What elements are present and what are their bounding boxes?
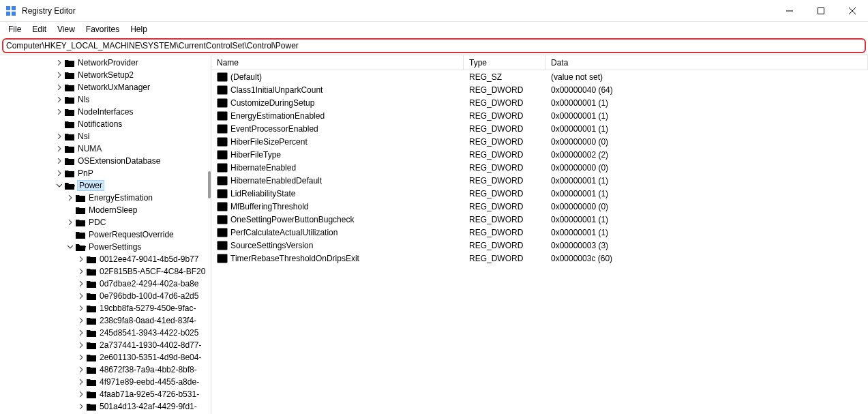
chevron-right-icon[interactable]	[55, 168, 64, 178]
tree-item[interactable]: 245d8541-3943-4422-b025	[0, 327, 211, 339]
tree-item[interactable]: Notifications	[0, 118, 211, 130]
tree-item[interactable]: 2a737441-1930-4402-8d77-	[0, 339, 211, 351]
values-pane[interactable]: Name Type Data (Default)REG_SZ(value not…	[211, 55, 868, 414]
value-row[interactable]: OneSettingPowerButtonBugcheckREG_DWORD0x…	[211, 213, 868, 226]
value-row[interactable]: CustomizeDuringSetupREG_DWORD0x00000001 …	[211, 96, 868, 109]
value-row[interactable]: EnergyEstimationEnabledREG_DWORD0x000000…	[211, 109, 868, 122]
chevron-right-icon[interactable]	[55, 70, 64, 80]
chevron-right-icon[interactable]	[76, 353, 86, 362]
chevron-right-icon[interactable]	[76, 304, 86, 313]
value-row[interactable]: MfBufferingThresholdREG_DWORD0x00000000 …	[211, 200, 868, 213]
tree-item[interactable]: EnergyEstimation	[0, 192, 211, 204]
value-row[interactable]: HibernateEnabledREG_DWORD0x00000000 (0)	[211, 161, 868, 174]
tree-item[interactable]: 4faab71a-92e5-4726-b531-	[0, 388, 211, 400]
col-type-header[interactable]: Type	[464, 55, 545, 70]
value-row[interactable]: SourceSettingsVersionREG_DWORD0x00000003…	[211, 239, 868, 252]
chevron-right-icon[interactable]	[76, 365, 86, 374]
chevron-right-icon[interactable]	[76, 316, 86, 325]
value-row[interactable]: EventProcessorEnabledREG_DWORD0x00000001…	[211, 122, 868, 135]
tree-item[interactable]: 501a4d13-42af-4429-9fd1-	[0, 400, 211, 413]
close-button[interactable]	[837, 0, 868, 22]
dword-value-icon	[217, 162, 228, 173]
splitter-handle[interactable]	[208, 171, 211, 198]
value-row[interactable]: Class1InitialUnparkCountREG_DWORD0x00000…	[211, 83, 868, 96]
tree-item[interactable]: 2e601130-5351-4d9d-8e04-	[0, 351, 211, 364]
tree-pane[interactable]: NetworkProviderNetworkSetup2NetworkUxMan…	[0, 55, 211, 414]
tree-item[interactable]: 238c9fa8-0aad-41ed-83f4-	[0, 314, 211, 327]
chevron-right-icon[interactable]	[76, 389, 86, 399]
chevron-right-icon[interactable]	[55, 144, 64, 153]
tree-item[interactable]: NetworkSetup2	[0, 69, 211, 81]
tree-item[interactable]: 0012ee47-9041-4b5d-9b77	[0, 253, 211, 265]
tree-item[interactable]: NetworkUxManager	[0, 81, 211, 93]
menu-favorites[interactable]: Favorites	[80, 23, 125, 35]
value-row[interactable]: HiberFileTypeREG_DWORD0x00000002 (2)	[211, 148, 868, 161]
chevron-right-icon[interactable]	[55, 132, 64, 141]
dword-value-icon	[217, 123, 228, 134]
value-row[interactable]: TimerRebaseThresholdOnDripsExitREG_DWORD…	[211, 252, 868, 265]
minimize-button[interactable]	[774, 0, 805, 22]
menu-view[interactable]: View	[52, 23, 80, 35]
value-row[interactable]: HibernateEnabledDefaultREG_DWORD0x000000…	[211, 174, 868, 187]
value-row[interactable]: LidReliabilityStateREG_DWORD0x00000001 (…	[211, 187, 868, 200]
value-name: PerfCalculateActualUtilization	[230, 228, 338, 237]
chevron-right-icon[interactable]	[76, 340, 86, 350]
tree-item[interactable]: Power	[0, 179, 211, 192]
tree-item[interactable]: Nls	[0, 93, 211, 106]
value-row[interactable]: HiberFileSizePercentREG_DWORD0x00000000 …	[211, 135, 868, 148]
value-data: 0x0000003c (60)	[545, 254, 868, 263]
tree-item[interactable]: PDC	[0, 216, 211, 228]
folder-icon	[64, 83, 75, 92]
chevron-right-icon[interactable]	[76, 402, 86, 411]
value-row[interactable]: PerfCalculateActualUtilizationREG_DWORD0…	[211, 226, 868, 239]
menu-file[interactable]: File	[3, 23, 27, 35]
tree-item[interactable]: PowerRequestOverride	[0, 228, 211, 241]
tree-item[interactable]: NetworkProvider	[0, 57, 211, 69]
tree-item[interactable]: Nsi	[0, 130, 211, 143]
value-type: REG_DWORD	[464, 176, 545, 186]
chevron-right-icon[interactable]	[55, 95, 64, 104]
chevron-right-icon[interactable]	[76, 377, 86, 387]
tree-item-label: NetworkUxManager	[78, 83, 150, 92]
tree-item-label: 0d7dbae2-4294-402a-ba8e	[100, 279, 198, 289]
tree-item[interactable]: 02F815B5-A5CF-4C84-BF20	[0, 265, 211, 278]
tree-item[interactable]: PnP	[0, 167, 211, 179]
tree-item-label: PDC	[89, 218, 106, 227]
chevron-right-icon[interactable]	[55, 156, 64, 166]
folder-icon	[75, 205, 86, 215]
chevron-right-icon[interactable]	[76, 279, 86, 289]
svg-rect-3	[12, 12, 16, 16]
chevron-right-icon[interactable]	[55, 107, 64, 117]
tree-item[interactable]: NodeInterfaces	[0, 106, 211, 118]
tree-item[interactable]: ModernSleep	[0, 204, 211, 216]
tree-item[interactable]: 0e796bdb-100d-47d6-a2d5	[0, 290, 211, 302]
chevron-right-icon[interactable]	[65, 218, 75, 227]
chevron-down-icon[interactable]	[65, 242, 75, 252]
chevron-down-icon[interactable]	[55, 181, 64, 190]
menu-edit[interactable]: Edit	[27, 23, 52, 35]
folder-icon	[64, 95, 75, 104]
tree-item[interactable]: 48672f38-7a9a-4bb2-8bf8-	[0, 364, 211, 376]
chevron-right-icon[interactable]	[65, 193, 75, 203]
col-data-header[interactable]: Data	[545, 55, 868, 70]
menu-help[interactable]: Help	[125, 23, 153, 35]
chevron-right-icon[interactable]	[76, 328, 86, 338]
tree-item-label: 02F815B5-A5CF-4C84-BF20	[100, 267, 205, 276]
tree-item[interactable]: 0d7dbae2-4294-402a-ba8e	[0, 278, 211, 290]
tree-item-label: Nls	[78, 95, 89, 104]
chevron-right-icon[interactable]	[76, 267, 86, 276]
tree-item[interactable]: PowerSettings	[0, 241, 211, 253]
value-type: REG_DWORD	[464, 98, 545, 108]
tree-item[interactable]: 4f971e89-eebd-4455-a8de-	[0, 376, 211, 388]
tree-item[interactable]: 19cbb8fa-5279-450e-9fac-	[0, 302, 211, 314]
address-input[interactable]: Computer\HKEY_LOCAL_MACHINE\SYSTEM\Curre…	[2, 38, 866, 53]
col-name-header[interactable]: Name	[211, 55, 464, 70]
maximize-button[interactable]	[805, 0, 837, 22]
value-row[interactable]: (Default)REG_SZ(value not set)	[211, 70, 868, 83]
tree-item[interactable]: OSExtensionDatabase	[0, 155, 211, 167]
chevron-right-icon[interactable]	[55, 83, 64, 92]
tree-item[interactable]: NUMA	[0, 143, 211, 155]
chevron-right-icon[interactable]	[55, 58, 64, 68]
chevron-right-icon[interactable]	[76, 254, 86, 264]
chevron-right-icon[interactable]	[76, 291, 86, 301]
